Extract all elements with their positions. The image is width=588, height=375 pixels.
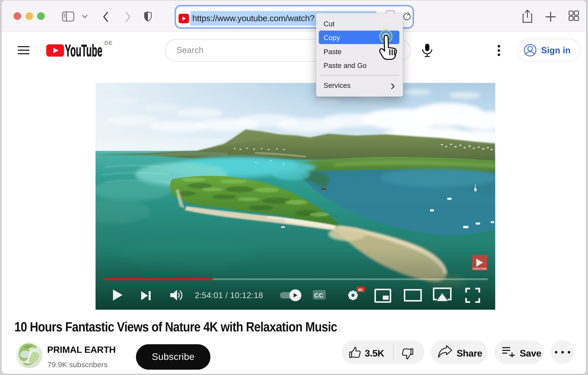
- svg-text:2:54:01 / 10:12:18: 2:54:01 / 10:12:18: [195, 291, 263, 300]
- svg-text:YouTube: YouTube: [65, 43, 102, 58]
- svg-text:Primal Earth Sounds: Primal Earth Sounds: [102, 86, 140, 91]
- svg-text:SUBSCRIBE: SUBSCRIBE: [472, 267, 487, 270]
- svg-text:4K: 4K: [358, 287, 363, 292]
- svg-text:CC: CC: [314, 292, 324, 299]
